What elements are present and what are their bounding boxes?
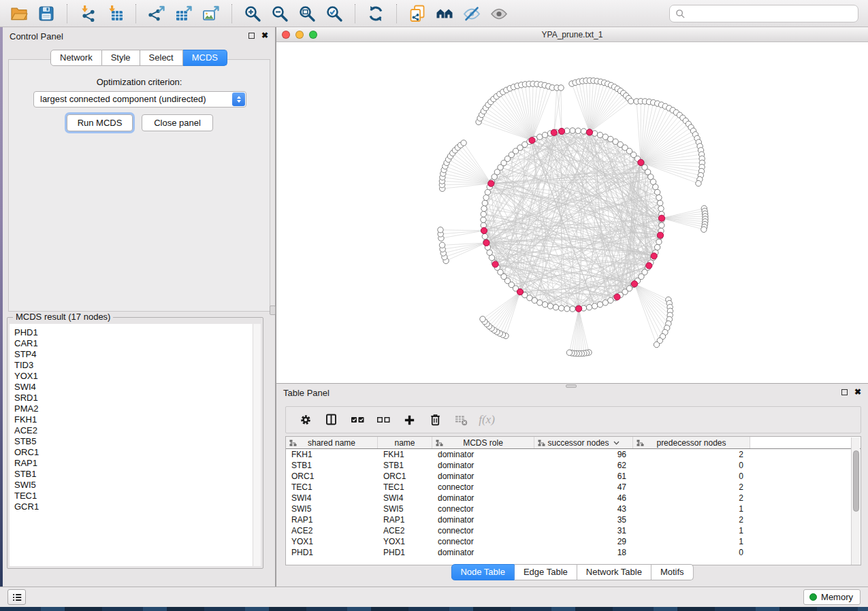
function-builder-button[interactable]: f(x) [474,409,500,431]
column-settings-button[interactable] [293,409,319,431]
tab-motifs[interactable]: Motifs [652,564,694,580]
close-table-panel-button[interactable]: ✖ [854,389,861,395]
table-row[interactable]: SWI4SWI4dominator462 [286,493,861,503]
delete-row-button[interactable] [422,409,448,431]
mcds-result-item[interactable]: ORC1 [10,447,261,458]
close-panel-button-2[interactable]: Close panel [142,114,213,131]
mcds-result-item[interactable]: SRD1 [10,393,261,403]
mcds-result-item[interactable]: PMA2 [10,403,261,414]
column-label: predecessor nodes [656,438,726,448]
search-input[interactable] [689,7,858,20]
table-row[interactable]: ORC1ORC1dominator610 [286,471,861,482]
minimize-window-button[interactable] [295,31,304,39]
table-row[interactable]: FKH1FKH1dominator962 [286,449,861,460]
mcds-result-item[interactable]: STP4 [10,349,261,360]
mcds-result-item[interactable]: GCR1 [10,501,261,512]
table-row[interactable]: RAP1RAP1dominator352 [286,514,861,525]
tab-edge-table[interactable]: Edge Table [515,564,577,580]
import-table-button[interactable] [101,2,129,25]
mcds-tab-content: Optimization criterion: largest connecte… [8,59,270,312]
zoom-fit-button[interactable] [293,2,321,25]
table-cell: connector [432,536,534,547]
table-cell: 1 [633,536,750,547]
mcds-result-item[interactable]: TEC1 [10,491,261,501]
table-cell: ORC1 [286,471,378,482]
task-history-button[interactable] [7,589,26,605]
float-table-panel-button[interactable] [841,389,848,395]
clone-network-button[interactable] [404,2,431,25]
select-all-rows-button[interactable] [344,409,370,431]
table-cell: dominator [432,449,534,460]
tab-mcds[interactable]: MCDS [183,50,227,66]
table-scrollbar-thumb[interactable] [853,450,859,512]
memory-button[interactable]: Memory [803,589,861,605]
tab-network-table[interactable]: Network Table [577,564,652,580]
table-row[interactable]: SWI5SWI5connector431 [286,503,861,514]
table-row[interactable]: YOX1YOX1connector291 [286,536,861,547]
save-session-button[interactable] [33,2,60,25]
export-network-button[interactable] [143,2,170,25]
zoom-selected-button[interactable] [321,2,348,25]
tab-style[interactable]: Style [102,50,140,66]
mcds-result-item[interactable]: FKH1 [10,414,261,425]
column-header-successor-nodes[interactable]: successor nodes [534,437,633,448]
show-all-button[interactable] [485,2,513,25]
network-view-window: YPA_prune.txt_1 [276,27,868,383]
mcds-list-scrollbar[interactable] [253,324,261,566]
clone-network-icon [408,5,426,22]
tab-node-table[interactable]: Node Table [451,564,515,580]
delete-table-button[interactable] [448,409,474,431]
panel-splitter-grip[interactable] [270,306,276,315]
table-cell: dominator [432,471,534,482]
zoom-in-button[interactable] [239,2,266,25]
unselect-all-rows-button[interactable] [370,409,396,431]
mcds-result-item[interactable]: TID3 [10,360,261,371]
mcds-result-item[interactable]: YOX1 [10,371,261,382]
mcds-result-list[interactable]: PHD1CAR1STP4TID3YOX1SWI4SRD1PMA2FKH1ACE2… [10,324,261,566]
table-scrollbar[interactable] [851,437,860,565]
close-window-button[interactable] [282,31,290,39]
column-header-shared-name[interactable]: shared name [286,437,378,448]
open-file-button[interactable] [5,2,33,25]
column-header-MCDS-role[interactable]: MCDS role [432,437,534,448]
hide-selected-button[interactable] [458,2,485,25]
refresh-network-button[interactable] [362,2,389,25]
zoom-out-button[interactable] [266,2,293,25]
mcds-result-item[interactable]: STB1 [10,469,261,480]
node-table: shared namenameMCDS rolesuccessor nodesp… [285,436,861,565]
column-header-name[interactable]: name [378,437,432,448]
float-panel-button[interactable] [248,33,255,39]
export-table-button[interactable] [170,2,197,25]
column-browser-button[interactable] [319,409,344,431]
optimization-criterion-select[interactable]: largest connected component (undirected) [33,91,246,108]
import-network-button[interactable] [74,2,101,25]
mcds-result-item[interactable]: RAP1 [10,458,261,469]
mcds-result-item[interactable]: CAR1 [10,338,261,349]
status-bar: Memory [0,587,868,607]
maximize-window-button[interactable] [309,31,317,39]
export-image-button[interactable] [197,2,225,25]
column-label: successor nodes [547,438,609,448]
table-row[interactable]: ACE2ACE2connector311 [286,525,861,536]
close-panel-button[interactable]: ✖ [261,32,268,39]
tab-network[interactable]: Network [50,50,102,66]
mcds-result-item[interactable]: PHD1 [10,327,261,338]
network-canvas[interactable] [276,42,868,382]
table-cell: TEC1 [378,482,432,493]
column-settings-icon [299,413,312,427]
mcds-result-item[interactable]: SWI4 [10,382,261,393]
mcds-result-item[interactable]: ACE2 [10,425,261,436]
import-table-icon [106,5,124,22]
column-browser-icon [325,413,338,427]
table-row[interactable]: TEC1TEC1connector472 [286,482,861,493]
table-row[interactable]: STB1STB1dominator620 [286,460,861,471]
run-mcds-button[interactable]: Run MCDS [67,114,133,131]
add-row-button[interactable] [396,409,422,431]
table-cell: 62 [534,460,633,471]
table-row[interactable]: PHD1PHD1dominator180 [286,547,861,558]
tab-select[interactable]: Select [140,50,183,66]
first-neighbors-button[interactable] [431,2,458,25]
mcds-result-item[interactable]: STB5 [10,436,261,447]
column-header-predecessor-nodes[interactable]: predecessor nodes [633,437,750,448]
mcds-result-item[interactable]: SWI5 [10,480,261,491]
